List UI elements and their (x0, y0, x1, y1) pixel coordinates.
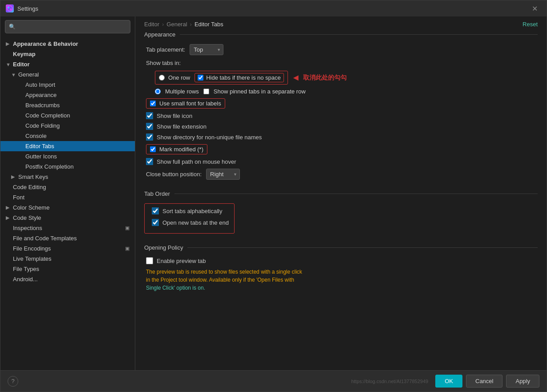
show-tabs-label: Show tabs in: (146, 60, 181, 66)
mark-modified-box: Mark modified (*) (146, 144, 207, 154)
search-box[interactable]: 🔍 (5, 20, 130, 33)
tab-order-header: Tab Order (144, 190, 538, 197)
arrow-icon: ▼ (6, 62, 11, 67)
close-button-select-wrapper: Right Left Hidden (206, 169, 240, 180)
sidebar-item-keymap[interactable]: Keymap (0, 49, 135, 59)
sidebar: 🔍 ▶ Appearance & Behavior Keymap ▼ Edito… (0, 16, 135, 370)
annotation-text: 取消此处的勾勾 (303, 74, 347, 82)
show-file-icon-label: Show file icon (157, 113, 192, 119)
preview-info-text: The preview tab is reused to show files … (144, 268, 389, 292)
use-small-font-row: Use small font for labels (144, 98, 538, 109)
sidebar-item-file-code-templates[interactable]: File and Code Templates (0, 233, 135, 243)
arrow-icon: ▼ (11, 72, 16, 77)
search-icon: 🔍 (9, 24, 16, 30)
window-title: Settings (17, 5, 528, 12)
hide-tabs-label: Hide tabs if there is no space (206, 74, 281, 81)
enable-preview-row: Enable preview tab (144, 257, 538, 264)
appearance-title: Appearance (144, 31, 175, 38)
sidebar-item-breadcrumbs[interactable]: Breadcrumbs (0, 100, 135, 110)
sidebar-item-console[interactable]: Console (0, 131, 135, 141)
sidebar-item-font[interactable]: Font (0, 192, 135, 202)
appearance-section: Appearance Tab placement: Top Bottom Lef… (144, 31, 538, 180)
sidebar-item-color-scheme[interactable]: ▶ Color Scheme (0, 202, 135, 213)
multiple-rows-label: Multiple rows (165, 88, 199, 95)
sidebar-item-live-templates[interactable]: Live Templates (0, 254, 135, 264)
tab-placement-select-wrapper: Top Bottom Left Right None (190, 44, 223, 55)
sidebar-item-gutter-icons[interactable]: Gutter Icons (0, 151, 135, 162)
open-new-tabs-label: Open new tabs at the end (162, 219, 229, 226)
use-small-font-label: Use small font for labels (159, 100, 221, 107)
multiple-rows-radio[interactable] (155, 89, 161, 94)
show-file-extension-row: Show file extension (144, 123, 538, 130)
open-new-tabs-checkbox[interactable] (152, 219, 159, 226)
reset-button[interactable]: Reset (523, 21, 538, 28)
close-button-row: Close button position: Right Left Hidden (144, 169, 538, 180)
mark-modified-checkbox[interactable] (150, 146, 156, 152)
svg-point-0 (7, 6, 12, 11)
show-directory-checkbox[interactable] (146, 133, 153, 141)
sidebar-item-appearance[interactable]: Appearance (0, 90, 135, 100)
opening-policy-section: Opening Policy Enable preview tab The pr… (144, 244, 538, 292)
show-full-path-checkbox[interactable] (146, 158, 153, 165)
sort-alphabetically-row: Sort tabs alphabetically (150, 207, 229, 214)
title-bar: Settings ✕ (0, 0, 547, 16)
multiple-rows-row: Multiple rows Show pinned tabs in a sepa… (144, 88, 538, 95)
breadcrumb-sep-1: › (162, 21, 164, 28)
sidebar-item-auto-import[interactable]: Auto Import (0, 80, 135, 90)
sidebar-item-code-completion[interactable]: Code Completion (0, 110, 135, 121)
one-row-highlight-box: One row Hide tabs if there is no space (155, 71, 288, 85)
main-content: Editor › General › Editor Tabs Reset App… (135, 16, 547, 370)
sidebar-item-file-types[interactable]: File Types (0, 264, 135, 274)
show-pinned-checkbox[interactable] (203, 89, 209, 94)
tab-placement-select[interactable]: Top Bottom Left Right None (190, 44, 223, 55)
sidebar-item-inspections[interactable]: Inspections ▣ (0, 223, 135, 233)
help-button[interactable]: ? (8, 376, 18, 387)
enable-preview-label: Enable preview tab (157, 258, 206, 264)
sidebar-item-postfix-completion[interactable]: Postfix Completion (0, 162, 135, 172)
arrow-icon: ▶ (6, 215, 11, 221)
show-full-path-label: Show full path on mouse hover (157, 158, 236, 165)
tab-placement-label: Tab placement: (146, 46, 185, 53)
ok-button[interactable]: OK (435, 375, 462, 388)
sidebar-item-code-style[interactable]: ▶ Code Style (0, 213, 135, 223)
breadcrumb-editor: Editor (144, 21, 159, 28)
use-small-font-box: Use small font for labels (146, 98, 225, 109)
sidebar-item-smart-keys[interactable]: ▶ Smart Keys (0, 172, 135, 182)
mark-modified-row: Mark modified (*) (144, 144, 538, 154)
action-buttons: OK Cancel Apply (435, 375, 539, 388)
sidebar-item-android[interactable]: Android... (0, 274, 135, 284)
tab-order-section: Tab Order Sort tabs alphabetically Open … (144, 190, 538, 234)
search-input[interactable] (17, 24, 126, 30)
show-pinned-label: Show pinned tabs in a separate row (214, 88, 306, 95)
sort-alphabetically-checkbox[interactable] (152, 207, 159, 214)
app-icon (6, 4, 14, 12)
breadcrumb-sep-2: › (190, 21, 192, 28)
hide-tabs-checkbox[interactable] (198, 75, 203, 81)
sidebar-item-code-editing[interactable]: Code Editing (0, 182, 135, 192)
sidebar-item-appearance-behavior[interactable]: ▶ Appearance & Behavior (0, 39, 135, 49)
cancel-button[interactable]: Cancel (466, 375, 502, 388)
show-file-extension-checkbox[interactable] (146, 123, 153, 130)
red-arrow-icon: ◄ (292, 73, 300, 83)
preview-info-link[interactable]: Single Click' option is on. (146, 285, 205, 291)
sidebar-item-editor-tabs[interactable]: Editor Tabs (0, 141, 135, 151)
use-small-font-checkbox[interactable] (150, 101, 156, 106)
annotation: ◄ 取消此处的勾勾 (292, 73, 347, 83)
apply-button[interactable]: Apply (506, 375, 539, 388)
enable-preview-checkbox[interactable] (146, 257, 153, 264)
section-divider-3 (187, 247, 538, 248)
sidebar-item-code-folding[interactable]: Code Folding (0, 121, 135, 131)
close-button[interactable]: ✕ (528, 3, 541, 15)
close-button-label: Close button position: (146, 171, 202, 178)
one-row-radio[interactable] (159, 75, 165, 81)
sidebar-item-general[interactable]: ▼ General (0, 69, 135, 80)
show-file-icon-checkbox[interactable] (146, 112, 153, 119)
mark-modified-label: Mark modified (*) (159, 146, 203, 153)
one-row-annotation-row: One row Hide tabs if there is no space ◄… (144, 71, 538, 85)
close-button-select[interactable]: Right Left Hidden (206, 169, 240, 180)
sidebar-item-file-encodings[interactable]: File Encodings ▣ (0, 243, 135, 254)
arrow-icon: ▶ (6, 41, 11, 47)
file-encodings-icon: ▣ (125, 246, 130, 251)
show-full-path-row: Show full path on mouse hover (144, 158, 538, 165)
sidebar-item-editor[interactable]: ▼ Editor (0, 59, 135, 69)
